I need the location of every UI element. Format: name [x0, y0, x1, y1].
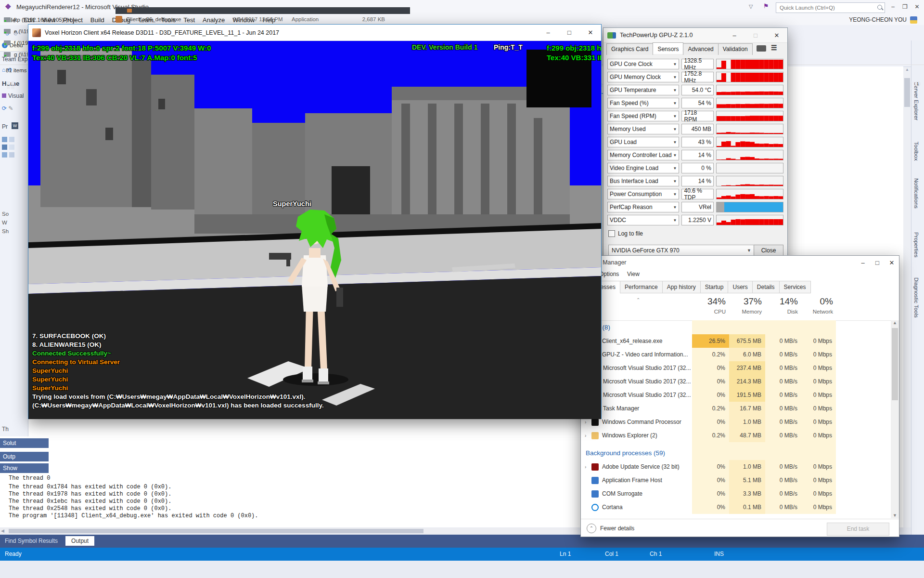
show-output-from-fragment[interactable]: Show	[0, 463, 49, 473]
fewer-details-link[interactable]: Fewer details	[600, 525, 634, 532]
sensor-name-dropdown[interactable]: GPU Load▼	[607, 137, 679, 147]
output-horizontal-scrollbar[interactable]: ◀	[0, 528, 578, 534]
process-row[interactable]: ∞Microsoft Visual Studio 2017 (32...0%21…	[581, 375, 891, 388]
sensor-name-dropdown[interactable]: GPU Temperature▼	[607, 85, 679, 95]
refresh-icon[interactable]: ⟳ ✎	[2, 105, 13, 112]
fewer-details-chevron-icon[interactable]: ⌃	[587, 524, 596, 533]
scroll-left-arrow-icon[interactable]: ◀	[1, 528, 4, 533]
background-group-header[interactable]: Background processes (59)	[581, 446, 891, 460]
menu-hamburger-icon[interactable]: ☰	[771, 44, 777, 52]
sensor-name-dropdown[interactable]: Memory Used▼	[607, 124, 679, 134]
vs-minimize-button[interactable]: –	[887, 1, 899, 13]
process-row[interactable]: Client_x64_release.exe26.5%675.5 MB0 MB/…	[581, 334, 891, 348]
sensor-name-dropdown[interactable]: Memory Controller Load▼	[607, 150, 679, 160]
gpuz-close-button[interactable]: ✕	[766, 32, 787, 39]
sensor-name-dropdown[interactable]: GPU Memory Clock▼	[607, 72, 679, 82]
taskmgr-tab-startup[interactable]: Startup	[700, 281, 729, 293]
output-panel-title-fragment[interactable]: Outp	[0, 452, 49, 461]
start-button[interactable]	[0, 77, 21, 94]
rail-icon-1[interactable]	[2, 137, 7, 142]
expand-chevron-icon[interactable]: ›	[585, 433, 591, 438]
tab-output[interactable]: Output	[65, 536, 94, 546]
process-row[interactable]: Application Frame Host0%5.1 MB0 MB/s0 Mb…	[581, 473, 891, 487]
sensor-name-dropdown[interactable]: Power Consumption▼	[607, 189, 679, 199]
process-row[interactable]: ›Adobe Update Service (32 bit)0%1.0 MB0 …	[581, 460, 891, 473]
rail-icon-2[interactable]	[9, 137, 14, 142]
sensor-name-dropdown[interactable]: Fan Speed (RPM)▼	[607, 111, 679, 121]
side-tab-toolbox[interactable]: Toolbox	[913, 142, 919, 161]
log-to-file-checkbox[interactable]	[608, 230, 615, 237]
tab-find-symbol-results[interactable]: Find Symbol Results	[5, 538, 58, 544]
taskmgr-tab-details[interactable]: Details	[752, 281, 780, 293]
game-viewport[interactable]: f:299 obj:2318 hfo:0 spr:2 font:18 P:500…	[28, 41, 601, 419]
end-task-button[interactable]: End task	[827, 523, 889, 536]
quick-launch-input[interactable]	[776, 3, 875, 13]
total-mem-pct[interactable]: 37%	[729, 296, 762, 307]
total-net-pct[interactable]: 0%	[801, 296, 833, 307]
taskmgr-tab-app-history[interactable]: App history	[662, 281, 701, 293]
vs-signed-in-user[interactable]: YEONG-CHEON YOU	[849, 16, 907, 23]
rail-icon-4[interactable]	[9, 144, 14, 150]
col-disk[interactable]: Disk	[765, 309, 798, 315]
gpuz-close-dialog-button[interactable]: Close	[754, 245, 783, 256]
col-network[interactable]: Network	[801, 309, 833, 315]
gpuz-minimize-button[interactable]: –	[724, 32, 745, 39]
expand-chevron-icon[interactable]: ›	[585, 420, 591, 425]
col-memory[interactable]: Memory	[729, 309, 762, 315]
scroll-down-arrow-icon[interactable]: ▼	[891, 513, 899, 518]
vs-close-button[interactable]: ✕	[911, 1, 923, 13]
menu-options[interactable]: Options	[599, 271, 619, 277]
scroll-up-arrow-icon[interactable]: ▲	[891, 320, 899, 325]
process-list-scrollbar[interactable]: ▲ ▼	[891, 320, 899, 518]
game-maximize-button[interactable]: □	[559, 29, 580, 36]
gpuz-tab-advanced[interactable]: Advanced	[683, 43, 718, 55]
process-row[interactable]: COM Surrogate0%3.3 MB0 MB/s0 Mbps	[581, 487, 891, 500]
gpuz-tab-validation[interactable]: Validation	[718, 43, 753, 55]
solution-explorer-title-fragment[interactable]: Solut	[0, 438, 49, 448]
sensor-name-dropdown[interactable]: GPU Core Clock▼	[607, 59, 679, 69]
log-to-file-option[interactable]: Log to file	[608, 230, 643, 237]
file-row[interactable]: Client_x86_debug.exe6/24/2017 12:56 PMAp…	[116, 14, 410, 25]
game-titlebar[interactable]: Voxel Horizon Client x64 Release D3D11 -…	[28, 25, 601, 41]
menu-view[interactable]: View	[627, 271, 640, 277]
filter-icon[interactable]: ▽	[749, 3, 753, 10]
side-tab-diagnostic-tools[interactable]: Diagnostic Tools	[913, 277, 919, 318]
sensor-name-dropdown[interactable]: Bus Interface Load▼	[607, 176, 679, 186]
gpu-select-dropdown[interactable]: NVIDIA GeForce GTX 970 ▼	[608, 245, 755, 256]
gpuz-tab-graphics-card[interactable]: Graphics Card	[606, 43, 653, 55]
total-cpu-pct[interactable]: 34%	[692, 296, 726, 307]
game-minimize-button[interactable]: –	[538, 29, 559, 36]
side-tab-properties[interactable]: Properties	[913, 232, 919, 257]
col-cpu[interactable]: CPU	[692, 309, 726, 315]
user-avatar[interactable]	[910, 16, 917, 24]
sensor-name-dropdown[interactable]: VDDC▼	[607, 215, 679, 225]
process-list-header[interactable]: ⌃ 34% CPU 37% Memory 14% Disk 0% Network	[581, 293, 891, 321]
process-row[interactable]: GPU-Z - Video card Information...0.2%6.0…	[581, 348, 891, 361]
taskmgr-tab-services[interactable]: Services	[779, 281, 811, 293]
process-row[interactable]: Cortana0%0.1 MB0 MB/s0 Mbps	[581, 500, 891, 514]
output-log[interactable]: The thread 0The thread 0x1784 has exited…	[9, 475, 577, 526]
total-disk-pct[interactable]: 14%	[765, 296, 798, 307]
game-close-button[interactable]: ✕	[580, 29, 601, 36]
process-row[interactable]: ›Windows Command Processor0%1.0 MB0 MB/s…	[581, 415, 891, 429]
sensor-name-dropdown[interactable]: Fan Speed (%)▼	[607, 98, 679, 108]
apps-group-header[interactable]: Apps (8)	[581, 320, 891, 334]
selected-file-row-partial[interactable]	[116, 7, 410, 14]
action-center-button[interactable]: 1	[906, 82, 922, 89]
gpuz-tab-sensors[interactable]: Sensors	[653, 42, 683, 54]
taskmgr-minimize-button[interactable]: –	[856, 259, 870, 266]
rail-icon-5[interactable]	[2, 152, 7, 158]
taskmgr-close-button[interactable]: ✕	[885, 259, 899, 266]
flag-icon[interactable]: ⚑	[763, 2, 769, 10]
side-tab-notifications[interactable]: Notifications	[913, 178, 919, 209]
process-row[interactable]: ›Windows Explorer (2)0.2%48.7 MB0 MB/s0 …	[581, 429, 891, 442]
screenshot-camera-icon[interactable]	[757, 45, 766, 52]
vs-maximize-button[interactable]: ❐	[899, 1, 911, 13]
sensor-name-dropdown[interactable]: Video Engine Load▼	[607, 163, 679, 173]
taskmgr-maximize-button[interactable]: □	[870, 259, 885, 266]
taskmgr-tab-users[interactable]: Users	[728, 281, 752, 293]
process-row[interactable]: Task Manager0.2%16.7 MB0 MB/s0 Mbps	[581, 402, 891, 415]
expand-chevron-icon[interactable]: ›	[585, 464, 591, 470]
process-row[interactable]: ∞Microsoft Visual Studio 2017 (32...0%23…	[581, 361, 891, 375]
editor-vertical-scrollbar[interactable]: ▲	[903, 67, 911, 527]
